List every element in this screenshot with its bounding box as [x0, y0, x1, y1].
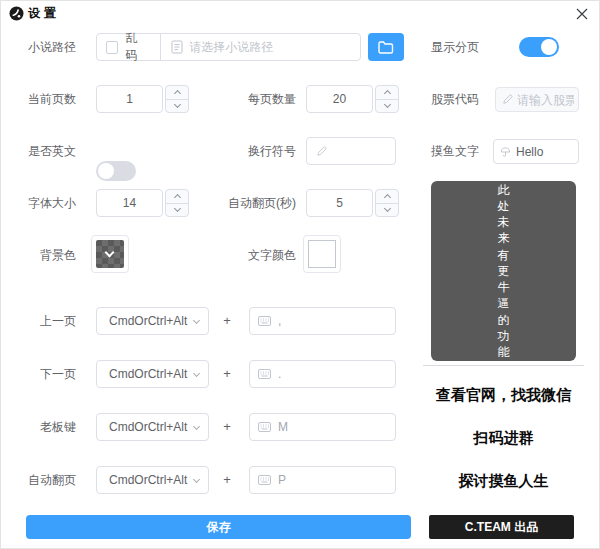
- pencil-icon: [502, 94, 513, 105]
- modifier-value: CmdOrCtrl+Alt: [109, 367, 187, 381]
- close-icon[interactable]: [571, 4, 593, 24]
- auto-flip-seconds-label: 自动翻页(秒): [211, 189, 296, 217]
- next-page-label: 下一页: [1, 360, 76, 388]
- transparency-checker-swatch: [96, 240, 124, 268]
- newline-symbol-input[interactable]: [331, 144, 389, 158]
- newline-symbol-label: 换行符号: [211, 137, 296, 165]
- future-features-box: 此处未来有更牛逼的功能: [431, 181, 576, 361]
- plus-separator: +: [217, 360, 237, 388]
- is-english-label: 是否英文: [1, 137, 76, 165]
- promo-line-website: 查看官网，找我微信: [421, 386, 586, 405]
- keyboard-icon: [258, 316, 271, 326]
- chevron-down-icon[interactable]: [376, 204, 398, 217]
- chevron-up-icon[interactable]: [376, 190, 398, 204]
- page-size-stepper[interactable]: [375, 85, 399, 113]
- chevron-down-icon[interactable]: [376, 100, 398, 113]
- show-pagination-toggle[interactable]: [519, 37, 559, 57]
- newline-symbol-field[interactable]: [306, 137, 396, 165]
- auto-flip-seconds-stepper[interactable]: [375, 189, 399, 217]
- future-features-text: 此处未来有更牛逼的功能: [497, 182, 510, 360]
- font-size-input[interactable]: [96, 189, 163, 217]
- novel-path-group: 乱码: [96, 33, 361, 61]
- keyboard-icon: [258, 369, 271, 379]
- show-pagination-label: 显示分页: [431, 33, 479, 61]
- is-english-toggle[interactable]: [96, 161, 136, 181]
- brand-button[interactable]: C.TEAM 出品: [429, 515, 574, 539]
- novel-path-label: 小说路径: [1, 33, 76, 61]
- plus-separator: +: [217, 307, 237, 335]
- prev-page-key-input[interactable]: [278, 314, 387, 328]
- page-size-input[interactable]: [306, 85, 373, 113]
- boss-key-label: 老板键: [1, 413, 76, 441]
- plus-separator: +: [217, 413, 237, 441]
- fish-text-field[interactable]: [493, 139, 579, 164]
- prev-page-label: 上一页: [1, 307, 76, 335]
- auto-flip-seconds-input[interactable]: [306, 189, 373, 217]
- garbled-label: 乱码: [125, 30, 148, 64]
- chevron-up-icon[interactable]: [166, 190, 188, 204]
- chevron-up-icon[interactable]: [376, 86, 398, 100]
- font-size-label: 字体大小: [1, 189, 76, 217]
- current-page-label: 当前页数: [1, 85, 76, 113]
- pencil-icon: [316, 146, 327, 157]
- chevron-up-icon[interactable]: [166, 86, 188, 100]
- stock-code-label: 股票代码: [431, 85, 479, 113]
- current-page-stepper[interactable]: [165, 85, 189, 113]
- prev-page-modifier-select[interactable]: CmdOrCtrl+Alt: [96, 307, 209, 335]
- background-color-picker[interactable]: [91, 235, 129, 273]
- novel-path-input[interactable]: [189, 40, 360, 54]
- plus-separator: +: [217, 466, 237, 494]
- chevron-down-icon: [193, 422, 200, 429]
- prev-page-key-field[interactable]: [249, 307, 396, 335]
- chevron-down-icon[interactable]: [166, 204, 188, 217]
- auto-flip-label: 自动翻页: [1, 466, 76, 494]
- fish-text-label: 摸鱼文字: [431, 137, 479, 165]
- app-icon: [9, 6, 24, 21]
- save-button[interactable]: 保存: [26, 515, 411, 539]
- boss-key-key-field[interactable]: [249, 413, 396, 441]
- modifier-value: CmdOrCtrl+Alt: [109, 473, 187, 487]
- text-color-picker[interactable]: [303, 235, 341, 273]
- modifier-value: CmdOrCtrl+Alt: [109, 420, 187, 434]
- keyboard-icon: [258, 475, 271, 485]
- modifier-value: CmdOrCtrl+Alt: [109, 314, 187, 328]
- group-divider: [160, 34, 161, 60]
- chevron-down-icon: [105, 248, 115, 258]
- chevron-down-icon[interactable]: [166, 100, 188, 113]
- page-size-label: 每页数量: [211, 85, 296, 113]
- text-color-label: 文字颜色: [211, 235, 296, 275]
- keyboard-icon: [258, 422, 271, 432]
- document-icon: [171, 40, 183, 54]
- chevron-down-icon: [193, 316, 200, 323]
- font-size-stepper[interactable]: [165, 189, 189, 217]
- garbled-checkbox[interactable]: [106, 41, 118, 54]
- window-title: 设置: [28, 5, 60, 22]
- auto-flip-key-field[interactable]: [249, 466, 396, 494]
- next-page-key-input[interactable]: [278, 367, 387, 381]
- settings-window: 设置 小说路径 乱码 显示分页 当前页数 每页数量 股票代码: [0, 0, 600, 549]
- stock-code-input[interactable]: [517, 93, 574, 107]
- stock-code-field[interactable]: [495, 87, 579, 112]
- umbrella-icon: [500, 146, 511, 158]
- fish-text-input[interactable]: [516, 145, 574, 159]
- boss-key-key-input[interactable]: [278, 420, 387, 434]
- current-page-input[interactable]: [96, 85, 163, 113]
- chevron-down-icon: [193, 475, 200, 482]
- next-page-modifier-select[interactable]: CmdOrCtrl+Alt: [96, 360, 209, 388]
- next-page-key-field[interactable]: [249, 360, 396, 388]
- browse-folder-button[interactable]: [368, 33, 404, 61]
- background-color-label: 背景色: [1, 235, 76, 275]
- boss-key-modifier-select[interactable]: CmdOrCtrl+Alt: [96, 413, 209, 441]
- folder-icon: [378, 41, 394, 54]
- promo-line-life: 探讨摸鱼人生: [421, 472, 586, 491]
- auto-flip-modifier-select[interactable]: CmdOrCtrl+Alt: [96, 466, 209, 494]
- auto-flip-key-input[interactable]: [278, 473, 387, 487]
- promo-line-group: 扫码进群: [421, 429, 586, 448]
- divider: [423, 365, 584, 366]
- chevron-down-icon: [193, 369, 200, 376]
- white-color-swatch: [308, 240, 336, 268]
